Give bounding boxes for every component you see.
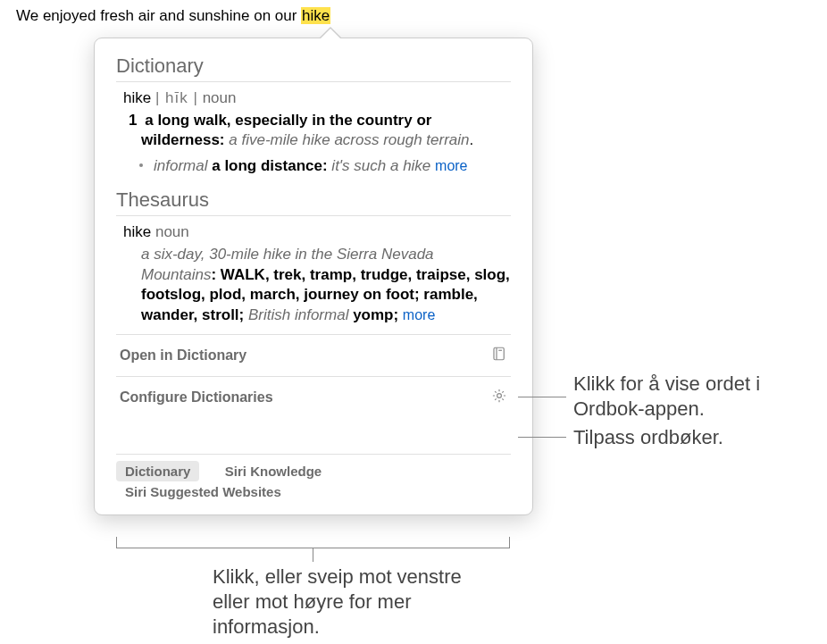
bracket-right — [509, 537, 510, 548]
dictionary-more-link[interactable]: more — [435, 158, 467, 173]
thesaurus-block: a six-day, 30-mile hike in the Sierra Ne… — [141, 245, 511, 325]
dictionary-app-icon — [491, 346, 507, 365]
sub-sense: informal a long distance: it's such a hi… — [141, 156, 511, 176]
callout-line-open — [518, 397, 566, 397]
sense-number: 1 — [129, 112, 140, 129]
tab-siri-knowledge[interactable]: Siri Knowledge — [216, 461, 330, 481]
dictionary-pronunciation: | hīk | — [155, 89, 198, 106]
thesaurus-british-label: British informal — [248, 306, 348, 323]
example-sentence: We enjoyed fresh air and sunshine on our… — [16, 7, 330, 25]
configure-dictionaries-row[interactable]: Configure Dictionaries — [116, 376, 511, 418]
dictionary-headword-line: hike | hīk | noun — [123, 89, 511, 107]
lookup-popover: Dictionary hike | hīk | noun 1 a long wa… — [94, 38, 533, 515]
thesaurus-lead-synonym: WALK — [221, 266, 265, 283]
callout-line-configure — [518, 437, 566, 438]
thesaurus-british-syn: yomp; — [348, 306, 402, 323]
open-in-dictionary-row[interactable]: Open in Dictionary — [116, 334, 511, 376]
bullet-icon — [139, 163, 143, 167]
bracket-left — [116, 537, 117, 548]
thesaurus-headword-line: hike noun — [123, 223, 511, 241]
thesaurus-section-title: Thesaurus — [116, 188, 511, 216]
tab-dictionary[interactable]: Dictionary — [116, 461, 199, 481]
dictionary-definition-block: 1 a long walk, especially in the country… — [141, 111, 511, 176]
gear-icon — [491, 388, 507, 407]
tabbar: Dictionary Siri Knowledge Siri Suggested… — [116, 454, 511, 504]
highlighted-word: hike — [301, 7, 330, 24]
tab-siri-websites[interactable]: Siri Suggested Websites — [116, 481, 290, 502]
svg-point-3 — [497, 394, 502, 398]
callout-tabs: Klikk, eller sveip mot venstre eller mot… — [213, 565, 480, 640]
thesaurus-headword: hike — [123, 223, 151, 240]
callout-configure: Tilpass ordbøker. — [573, 425, 806, 450]
thesaurus-pos: noun — [155, 223, 189, 240]
callout-open: Klikk for å vise ordet i Ordbok-appen. — [573, 372, 806, 422]
dictionary-section-title: Dictionary — [116, 54, 511, 82]
svg-rect-0 — [494, 347, 504, 360]
sense-example: a five-mile hike across rough terrain — [229, 131, 469, 148]
configure-dictionaries-label: Configure Dictionaries — [120, 389, 273, 406]
thesaurus-more-link[interactable]: more — [403, 307, 435, 322]
bracket-stem — [313, 548, 313, 562]
dictionary-pos: noun — [203, 89, 237, 106]
open-in-dictionary-label: Open in Dictionary — [120, 347, 246, 364]
sub-definition: a long distance: — [212, 157, 327, 174]
sub-example: it's such a hike — [331, 157, 430, 174]
sub-register: informal — [154, 157, 207, 174]
sentence-prefix: We enjoyed fresh air and sunshine on our — [16, 7, 301, 24]
dictionary-headword: hike — [123, 89, 151, 106]
